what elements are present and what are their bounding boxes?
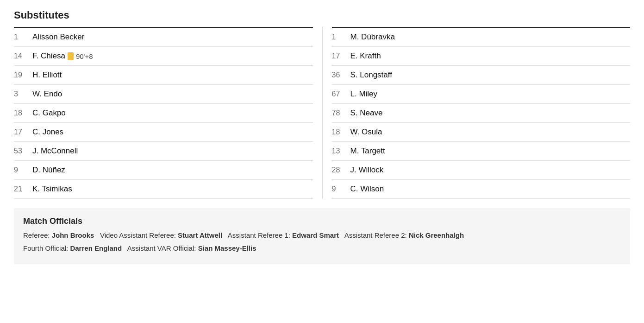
player-name: C. Jones xyxy=(32,127,63,137)
section-title: Substitutes xyxy=(14,9,630,21)
player-number: 9 xyxy=(332,185,350,193)
ar2-label: Assistant Referee 2: xyxy=(341,231,409,239)
var-value: Stuart Attwell xyxy=(178,231,222,239)
officials-line-1: Referee: John Brooks Video Assistant Ref… xyxy=(23,230,621,241)
player-name: S. Neave xyxy=(350,108,383,118)
officials-line-2: Fourth Official: Darren England Assistan… xyxy=(23,243,621,254)
team-left-column: 1Alisson Becker14F. Chiesa90'+819H. Elli… xyxy=(14,27,322,199)
player-number: 67 xyxy=(332,90,350,98)
player-number: 17 xyxy=(332,52,350,60)
fourth-value: Darren England xyxy=(70,244,122,252)
ar1-label: Assistant Referee 1: xyxy=(224,231,292,239)
player-number: 1 xyxy=(332,33,350,41)
table-row: 13M. Targett xyxy=(332,142,631,161)
table-row: 53J. McConnell xyxy=(14,142,313,161)
avar-label: Assistant VAR Official: xyxy=(124,244,198,252)
table-row: 3W. Endō xyxy=(14,85,313,104)
player-number: 28 xyxy=(332,166,350,174)
teams-grid: 1Alisson Becker14F. Chiesa90'+819H. Elli… xyxy=(14,27,630,199)
ar2-value: Nick Greenhalgh xyxy=(409,231,464,239)
player-name: W. Endō xyxy=(32,89,62,99)
avar-value: Sian Massey-Ellis xyxy=(198,244,256,252)
player-number: 3 xyxy=(14,90,32,98)
table-row: 1M. Dúbravka xyxy=(332,28,631,47)
player-name: E. Krafth xyxy=(350,51,381,61)
player-name: J. Willock xyxy=(350,165,384,175)
table-row: 21K. Tsimikas xyxy=(14,180,313,199)
yellow-card-icon xyxy=(68,52,74,60)
player-number: 14 xyxy=(14,52,32,60)
player-name: D. Núñez xyxy=(32,165,65,175)
player-number: 36 xyxy=(332,71,350,79)
player-number: 53 xyxy=(14,147,32,155)
table-row: 67L. Miley xyxy=(332,85,631,104)
team-right-column: 1M. Dúbravka17E. Krafth36S. Longstaff67L… xyxy=(322,27,631,199)
left-players-list: 1Alisson Becker14F. Chiesa90'+819H. Elli… xyxy=(14,28,313,199)
player-name: L. Miley xyxy=(350,89,378,99)
table-row: 18W. Osula xyxy=(332,123,631,142)
player-name: C. Wilson xyxy=(350,184,384,194)
var-label: Video Assistant Referee: xyxy=(96,231,178,239)
table-row: 36S. Longstaff xyxy=(332,66,631,85)
player-name: Alisson Becker xyxy=(32,32,84,42)
table-row: 28J. Willock xyxy=(332,161,631,180)
player-number: 17 xyxy=(14,128,32,136)
table-row: 78S. Neave xyxy=(332,104,631,123)
player-name: K. Tsimikas xyxy=(32,184,72,194)
player-name: F. Chiesa xyxy=(32,51,65,61)
player-number: 78 xyxy=(332,109,350,117)
player-number: 19 xyxy=(14,71,32,79)
table-row: 18C. Gakpo xyxy=(14,104,313,123)
table-row: 9C. Wilson xyxy=(332,180,631,199)
table-row: 9D. Núñez xyxy=(14,161,313,180)
player-name: W. Osula xyxy=(350,127,382,137)
player-number: 18 xyxy=(332,128,350,136)
table-row: 17E. Krafth xyxy=(332,47,631,66)
player-name: M. Dúbravka xyxy=(350,32,395,42)
referee-value: John Brooks xyxy=(52,231,94,239)
officials-title: Match Officials xyxy=(23,216,621,226)
ar1-value: Edward Smart xyxy=(292,231,339,239)
player-name: C. Gakpo xyxy=(32,108,66,118)
player-name: M. Targett xyxy=(350,146,385,156)
player-number: 13 xyxy=(332,147,350,155)
player-number: 18 xyxy=(14,109,32,117)
match-officials-section: Match Officials Referee: John Brooks Vid… xyxy=(14,208,630,264)
player-number: 1 xyxy=(14,33,32,41)
table-row: 19H. Elliott xyxy=(14,66,313,85)
table-row: 14F. Chiesa90'+8 xyxy=(14,47,313,66)
table-row: 17C. Jones xyxy=(14,123,313,142)
referee-label: Referee: xyxy=(23,231,52,239)
right-players-list: 1M. Dúbravka17E. Krafth36S. Longstaff67L… xyxy=(332,28,631,199)
player-name: S. Longstaff xyxy=(350,70,392,80)
page-container: Substitutes 1Alisson Becker14F. Chiesa90… xyxy=(0,0,644,273)
player-name: J. McConnell xyxy=(32,146,78,156)
event-time: 90'+8 xyxy=(76,52,93,60)
fourth-label: Fourth Official: xyxy=(23,244,70,252)
table-row: 1Alisson Becker xyxy=(14,28,313,47)
player-name: H. Elliott xyxy=(32,70,62,80)
player-number: 9 xyxy=(14,166,32,174)
player-number: 21 xyxy=(14,185,32,193)
